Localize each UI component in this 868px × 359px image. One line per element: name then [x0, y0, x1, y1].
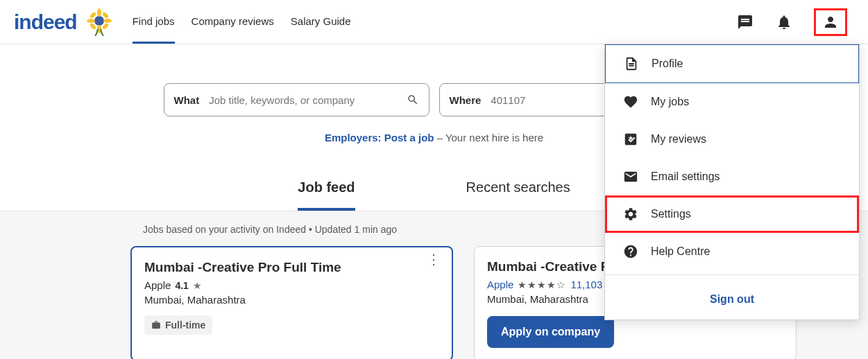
main-nav: Find jobs Company reviews Salary Guide [133, 0, 351, 44]
dd-help-centre[interactable]: Help Centre [605, 233, 859, 270]
sign-out-button[interactable]: Sign out [605, 279, 859, 319]
gear-icon [623, 207, 638, 222]
kebab-icon[interactable]: ⋮ [427, 257, 441, 261]
company-name[interactable]: Apple [487, 279, 513, 290]
profile-dropdown: Profile My jobs My reviews Email setting… [604, 44, 860, 320]
job-card[interactable]: ⋮ Mumbai -Creative Pro Full Time Apple 4… [130, 246, 453, 359]
employers-post-job-link[interactable]: Employers: Post a job [325, 132, 434, 143]
svg-point-0 [94, 16, 104, 26]
briefcase-icon [151, 320, 161, 330]
badge-icon [623, 132, 638, 147]
star-icon: ★ [193, 280, 202, 291]
notifications-icon[interactable] [775, 13, 793, 31]
nav-salary-guide[interactable]: Salary Guide [291, 0, 351, 44]
messages-icon[interactable] [736, 13, 754, 31]
divider [605, 274, 859, 275]
doc-icon [624, 56, 639, 71]
svg-point-3 [87, 19, 95, 23]
stars-icon: ★★★★☆ [518, 279, 566, 290]
dd-my-reviews[interactable]: My reviews [605, 121, 859, 158]
rating: 4.1 [175, 280, 188, 291]
job-location: Mumbai, Maharashtra [144, 294, 439, 306]
header: indeed Find jobs Company reviews Salary … [0, 0, 868, 44]
search-what[interactable]: What [164, 83, 429, 116]
svg-point-1 [97, 8, 101, 17]
tab-job-feed[interactable]: Job feed [298, 167, 355, 211]
dd-profile[interactable]: Profile [605, 44, 859, 83]
company-name[interactable]: Apple [144, 279, 171, 291]
search-icon [407, 94, 419, 106]
tab-recent-searches[interactable]: Recent searches [466, 167, 570, 211]
header-right [736, 8, 854, 36]
help-icon [623, 244, 638, 259]
job-title: Mumbai -Creative Pro Full Time [144, 260, 439, 275]
job-tag: Full-time [144, 315, 212, 335]
dd-my-jobs[interactable]: My jobs [605, 83, 859, 121]
where-label: Where [450, 94, 482, 106]
svg-point-4 [103, 19, 112, 23]
dd-email-settings[interactable]: Email settings [605, 158, 859, 195]
nav-company-reviews[interactable]: Company reviews [192, 0, 274, 44]
logo[interactable]: indeed [14, 10, 77, 34]
what-label: What [174, 94, 200, 106]
dd-settings-highlighted[interactable]: Settings [605, 195, 859, 233]
what-input[interactable] [209, 94, 406, 106]
apply-button[interactable]: Apply on company [487, 316, 614, 348]
heart-icon [623, 94, 638, 110]
mail-icon [623, 169, 638, 184]
profile-icon-highlighted[interactable] [814, 8, 847, 36]
employers-rest: – Your next hire is here [434, 132, 543, 143]
nav-find-jobs[interactable]: Find jobs [133, 0, 175, 44]
person-icon[interactable] [822, 13, 840, 31]
sunflower-icon [85, 8, 113, 36]
company-row: Apple 4.1 ★ [144, 279, 439, 291]
